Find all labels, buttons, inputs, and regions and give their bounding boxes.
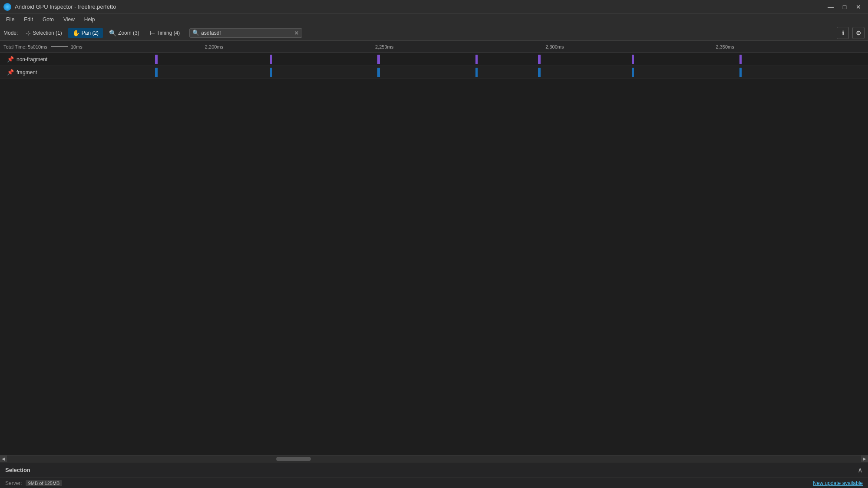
event-fragment-6 bbox=[632, 68, 634, 77]
timeline-header-left: Total Time: 5s010ms 10ms bbox=[0, 44, 143, 49]
scroll-right-button[interactable]: ▶ bbox=[861, 455, 868, 462]
menu-file[interactable]: File bbox=[2, 15, 19, 24]
event-non-fragment-1 bbox=[155, 55, 158, 64]
server-info: Server: 9MB of 125MB bbox=[5, 480, 62, 486]
track-label-fragment: 📌 fragment bbox=[0, 69, 135, 75]
tracks-container: 📌 non-fragment 📌 fragment bbox=[0, 53, 868, 455]
search-icon: 🔍 bbox=[192, 29, 199, 36]
mode-selection-button[interactable]: ⊹ Selection (1) bbox=[21, 28, 66, 38]
mode-zoom-button[interactable]: 🔍 Zoom (3) bbox=[105, 28, 144, 38]
mode-label: Mode: bbox=[3, 30, 18, 36]
title-bar-controls: — □ ✕ bbox=[825, 1, 865, 13]
menu-view[interactable]: View bbox=[59, 15, 79, 24]
zoom-icon: 🔍 bbox=[109, 29, 116, 36]
selection-icon: ⊹ bbox=[26, 29, 31, 36]
timeline-area: Total Time: 5s010ms 10ms 2,200ms 2,250ms… bbox=[0, 41, 868, 462]
marker-2250: 2,250ms bbox=[375, 44, 393, 49]
mode-timing-label: Timing (4) bbox=[157, 30, 180, 36]
scale-indicator: 10ms bbox=[51, 44, 83, 49]
event-fragment-1 bbox=[155, 68, 158, 77]
event-non-fragment-7 bbox=[739, 55, 742, 64]
track-content-fragment[interactable] bbox=[135, 66, 868, 79]
mode-bar-right: ℹ ⚙ bbox=[837, 27, 865, 39]
menu-bar: File Edit Goto View Help bbox=[0, 14, 868, 25]
marker-2350: 2,350ms bbox=[716, 44, 734, 49]
track-row-fragment[interactable]: 📌 fragment bbox=[0, 66, 868, 79]
track-row-non-fragment[interactable]: 📌 non-fragment bbox=[0, 53, 868, 66]
scroll-left-button[interactable]: ◀ bbox=[0, 455, 7, 462]
info-icon: ℹ bbox=[842, 29, 844, 36]
event-non-fragment-2 bbox=[270, 55, 272, 64]
title-bar-left: Android GPU Inspector - freefire.perfett… bbox=[3, 3, 116, 11]
collapse-button[interactable]: ∧ bbox=[858, 466, 863, 474]
timing-icon: ⊢ bbox=[150, 29, 155, 36]
info-button[interactable]: ℹ bbox=[837, 27, 849, 39]
event-non-fragment-5 bbox=[538, 55, 541, 64]
mode-bar: Mode: ⊹ Selection (1) ✋ Pan (2) 🔍 Zoom (… bbox=[0, 25, 868, 41]
mode-selection-label: Selection (1) bbox=[33, 30, 62, 36]
horizontal-scrollbar[interactable]: ◀ ▶ bbox=[0, 455, 868, 462]
window-title: Android GPU Inspector - freefire.perfett… bbox=[15, 3, 116, 10]
settings-icon: ⚙ bbox=[856, 29, 861, 36]
event-fragment-2 bbox=[270, 68, 272, 77]
pan-icon: ✋ bbox=[73, 29, 80, 36]
empty-area bbox=[0, 79, 868, 455]
scale-line bbox=[51, 46, 68, 47]
server-label: Server: bbox=[5, 480, 22, 486]
scroll-track[interactable] bbox=[7, 457, 861, 461]
event-fragment-5 bbox=[538, 68, 541, 77]
search-clear-button[interactable]: ✕ bbox=[294, 29, 299, 36]
event-fragment-3 bbox=[377, 68, 380, 77]
mode-timing-button[interactable]: ⊢ Timing (4) bbox=[145, 28, 185, 38]
event-non-fragment-6 bbox=[632, 55, 634, 64]
server-value: 9MB of 125MB bbox=[26, 480, 63, 486]
settings-button[interactable]: ⚙ bbox=[852, 27, 865, 39]
mode-zoom-label: Zoom (3) bbox=[118, 30, 139, 36]
maximize-button[interactable]: □ bbox=[838, 1, 851, 13]
app-icon bbox=[3, 3, 11, 11]
title-bar: Android GPU Inspector - freefire.perfett… bbox=[0, 0, 868, 14]
search-input[interactable] bbox=[201, 30, 294, 36]
update-link[interactable]: New update available bbox=[813, 480, 863, 486]
event-fragment-7 bbox=[739, 68, 742, 77]
search-container[interactable]: 🔍 ✕ bbox=[189, 28, 302, 38]
event-non-fragment-3 bbox=[377, 55, 380, 64]
total-time-label: Total Time: 5s010ms bbox=[3, 44, 47, 49]
bottom-panel: Selection ∧ Server: 9MB of 125MB New upd… bbox=[0, 462, 868, 488]
event-non-fragment-4 bbox=[475, 55, 478, 64]
timeline-header: Total Time: 5s010ms 10ms 2,200ms 2,250ms… bbox=[0, 41, 868, 53]
bottom-panel-content: Server: 9MB of 125MB New update availabl… bbox=[0, 478, 868, 488]
timeline-markers: 2,200ms 2,250ms 2,300ms 2,350ms bbox=[143, 41, 868, 52]
bottom-panel-header: Selection ∧ bbox=[0, 462, 868, 478]
scroll-thumb[interactable] bbox=[276, 457, 311, 461]
track-label-non-fragment: 📌 non-fragment bbox=[0, 56, 135, 62]
minimize-button[interactable]: — bbox=[825, 1, 837, 13]
menu-edit[interactable]: Edit bbox=[20, 15, 37, 24]
pin-icon-non-fragment: 📌 bbox=[7, 56, 14, 62]
event-fragment-4 bbox=[475, 68, 478, 77]
pin-icon-fragment: 📌 bbox=[7, 69, 14, 75]
marker-2300: 2,300ms bbox=[545, 44, 564, 49]
menu-goto[interactable]: Goto bbox=[38, 15, 58, 24]
close-button[interactable]: ✕ bbox=[852, 1, 865, 13]
bottom-panel-title: Selection bbox=[5, 467, 30, 473]
mode-pan-button[interactable]: ✋ Pan (2) bbox=[68, 28, 103, 38]
track-content-non-fragment[interactable] bbox=[135, 53, 868, 66]
mode-pan-label: Pan (2) bbox=[82, 30, 99, 36]
scale-label: 10ms bbox=[71, 44, 83, 49]
marker-2200: 2,200ms bbox=[205, 44, 223, 49]
menu-help[interactable]: Help bbox=[80, 15, 99, 24]
